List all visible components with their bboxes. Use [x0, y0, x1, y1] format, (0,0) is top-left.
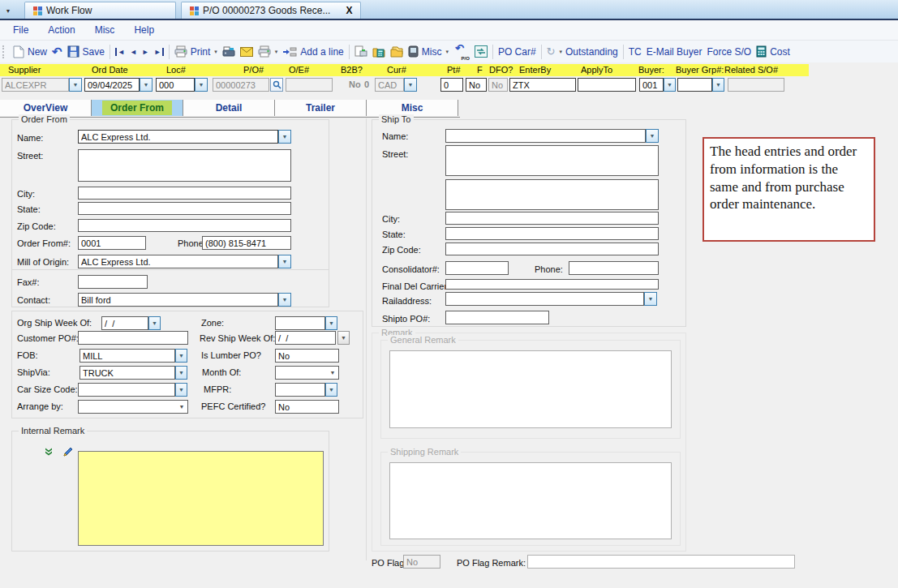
ord-date-input[interactable] [84, 78, 140, 92]
print-button[interactable]: Print ▾ [172, 44, 220, 59]
mfpr-input[interactable] [275, 383, 325, 397]
final-del-carrier-input[interactable] [445, 279, 659, 290]
buyer-dropdown[interactable]: ▼ [664, 78, 676, 92]
tab-overview[interactable]: OverView [0, 100, 92, 116]
order-from-no-input[interactable] [78, 236, 146, 250]
add-a-line-button[interactable]: Add a line [280, 45, 346, 59]
ship-to-phone-input[interactable] [569, 261, 659, 275]
close-icon[interactable]: X [346, 5, 352, 16]
po-search-button[interactable] [270, 78, 283, 92]
is-lumber-po-input[interactable] [275, 349, 339, 363]
ship-via-dropdown[interactable]: ▼ [175, 366, 187, 380]
dfo-input[interactable] [488, 78, 508, 92]
nav-prev-button[interactable]: ◄ [127, 46, 140, 58]
pt-input[interactable] [440, 78, 463, 92]
ship-to-zip-input[interactable] [445, 242, 659, 255]
nav-next-button[interactable]: ► [140, 46, 152, 58]
ord-date-dropdown[interactable]: ▼ [140, 78, 153, 92]
loc-input[interactable] [156, 78, 195, 92]
calculator-folder-button[interactable] [370, 45, 388, 59]
menu-misc[interactable]: Misc [85, 22, 125, 38]
force-so-button[interactable]: Force S/O [704, 45, 754, 59]
zone-input[interactable] [275, 316, 325, 330]
po-flag-remark-input[interactable] [527, 555, 795, 569]
window-list-dropdown[interactable]: ▼ [2, 4, 15, 18]
ship-to-name-dropdown[interactable]: ▼ [646, 129, 659, 143]
undo-button[interactable]: ↶ [49, 45, 65, 59]
org-ship-week-dropdown[interactable]: ▼ [148, 316, 161, 330]
ship-to-street-input[interactable] [445, 145, 659, 176]
cost-button[interactable]: Cost [754, 44, 793, 59]
new-button[interactable]: New [11, 44, 49, 60]
shipping-remark-textarea[interactable] [389, 462, 672, 539]
arrange-by-input[interactable] [78, 400, 188, 414]
rev-ship-week-input[interactable] [275, 331, 336, 345]
f-input[interactable] [466, 78, 487, 92]
general-remark-textarea[interactable] [389, 350, 672, 428]
arrange-by-dropdown[interactable]: ▼ [176, 401, 187, 413]
folders-button[interactable] [388, 45, 406, 59]
org-ship-week-input[interactable] [101, 316, 148, 330]
print-preview-button[interactable] [352, 44, 370, 59]
menu-action[interactable]: Action [38, 22, 84, 38]
cur-input[interactable] [375, 78, 404, 92]
print-alt-button[interactable]: ▾ [256, 44, 281, 59]
buyer-grp-dropdown[interactable]: ▼ [712, 78, 724, 92]
order-from-state-input[interactable] [78, 202, 291, 215]
order-from-zip-input[interactable] [78, 219, 291, 232]
expand-double-chevron-icon[interactable] [45, 448, 53, 456]
mfpr-dropdown[interactable]: ▼ [325, 383, 337, 397]
fax-input[interactable] [78, 275, 148, 289]
sync-button[interactable] [472, 44, 490, 59]
customer-po-input[interactable] [78, 331, 188, 345]
fax-button[interactable] [220, 44, 238, 59]
nav-first-button[interactable]: ◄ [113, 46, 127, 58]
misc-button[interactable]: Misc ▾ [406, 44, 451, 59]
order-from-city-input[interactable] [78, 187, 291, 200]
enter-by-input[interactable] [509, 78, 576, 92]
cur-dropdown[interactable]: ▼ [404, 78, 417, 92]
ship-to-name-input[interactable] [445, 129, 646, 143]
ship-to-address2-input[interactable] [445, 179, 659, 210]
ship-via-input[interactable] [79, 366, 175, 380]
nav-last-button[interactable]: ► [152, 46, 166, 58]
car-size-code-input[interactable] [78, 383, 175, 397]
ship-to-state-input[interactable] [445, 227, 659, 240]
oe-number-input[interactable] [286, 78, 333, 92]
email-button[interactable] [238, 45, 256, 58]
contact-dropdown[interactable]: ▼ [278, 293, 291, 307]
po-number-input[interactable] [213, 78, 269, 92]
menu-help[interactable]: Help [124, 22, 164, 38]
window-tab-workflow[interactable]: Work Flow [24, 2, 176, 19]
ship-to-city-input[interactable] [445, 212, 659, 225]
supplier-input[interactable] [2, 78, 69, 92]
window-tab-po-goods-receipt[interactable]: P/O 00000273 Goods Rece... X [181, 2, 361, 19]
tc-button[interactable]: TC [626, 45, 644, 59]
save-button[interactable]: Save [65, 44, 107, 59]
menu-file[interactable]: File [3, 22, 38, 38]
email-buyer-button[interactable]: E-Mail Buyer [644, 45, 705, 59]
tab-misc[interactable]: Misc [367, 100, 458, 116]
mill-of-origin-dropdown[interactable]: ▼ [278, 255, 291, 268]
fob-input[interactable] [79, 349, 175, 363]
internal-remark-textarea[interactable] [78, 451, 324, 546]
po-flag-input[interactable] [403, 555, 440, 569]
rev-ship-week-dropdown[interactable]: ▼ [337, 331, 350, 345]
tab-detail[interactable]: Detail [183, 100, 275, 116]
car-size-code-dropdown[interactable]: ▼ [175, 383, 187, 397]
buyer-grp-input[interactable] [677, 78, 712, 92]
tab-order-from[interactable]: Order From [92, 100, 183, 116]
pefc-certified-input[interactable] [275, 400, 339, 414]
buyer-input[interactable] [639, 78, 664, 92]
mill-of-origin-input[interactable] [78, 255, 278, 268]
month-of-dropdown[interactable]: ▼ [327, 367, 338, 379]
tab-trailer[interactable]: Trailer [275, 100, 367, 116]
po-undo-button[interactable]: ↶ P/O [451, 43, 472, 61]
fob-dropdown[interactable]: ▼ [175, 349, 187, 363]
consolidator-input[interactable] [445, 261, 509, 275]
outstanding-button[interactable]: ↻ ▾ Outstanding [544, 45, 621, 59]
order-from-name-dropdown[interactable]: ▼ [278, 130, 291, 144]
apply-to-input[interactable] [578, 78, 636, 92]
po-car-button[interactable]: PO Car# [496, 45, 539, 59]
supplier-dropdown[interactable]: ▼ [69, 78, 82, 92]
